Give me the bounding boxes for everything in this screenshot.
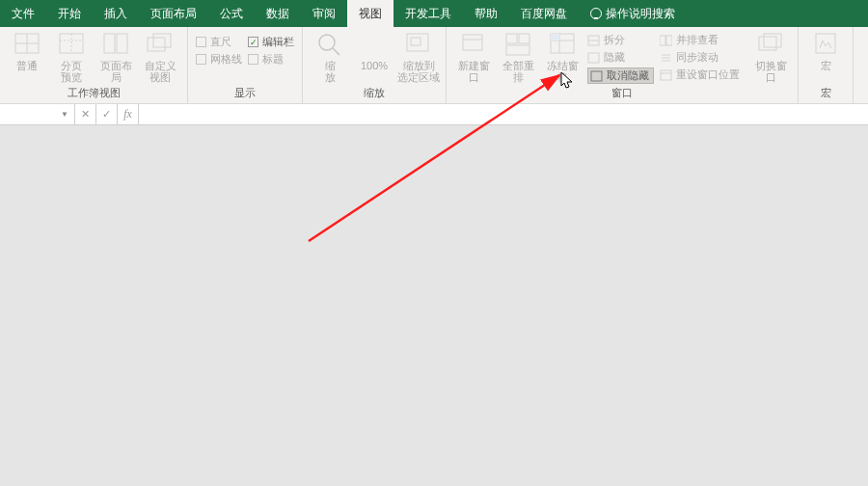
tell-me-search[interactable]: 操作说明搜索	[579, 0, 687, 27]
btn-page-break-preview[interactable]: 分页 预览	[52, 31, 91, 83]
tab-insert[interactable]: 插入	[93, 0, 139, 27]
btn-side-by-side-label: 并排查看	[676, 33, 719, 47]
btn-reset-window-label: 重设窗口位置	[676, 68, 740, 82]
btn-custom-views[interactable]: 自定义视图	[141, 31, 179, 83]
tab-review[interactable]: 审阅	[301, 0, 347, 27]
split-icon	[587, 35, 600, 46]
fx-enter[interactable]: ✓	[96, 104, 118, 124]
formula-input[interactable]	[139, 104, 868, 124]
chk-formula-bar-label: 编辑栏	[262, 35, 294, 49]
group-window: 新建窗口 全部重排 冻结窗格 拆分 隐藏	[447, 27, 799, 103]
btn-arrange-all[interactable]: 全部重排	[499, 31, 537, 83]
ribbon-view: 普通 分页 预览 页面布局 自定义视图 工作簿视图 直尺 网格线	[0, 27, 868, 104]
btn-split[interactable]: 拆分	[587, 33, 654, 47]
hide-icon	[587, 52, 600, 64]
btn-reset-window[interactable]: 重设窗口位置	[660, 68, 740, 82]
lightbulb-icon	[590, 8, 602, 19]
name-box[interactable]: ▼	[0, 104, 75, 124]
group-macros: 宏 宏	[799, 27, 854, 103]
btn-sync-scroll-label: 同步滚动	[676, 50, 719, 65]
btn-unhide[interactable]: 取消隐藏	[587, 68, 654, 84]
svg-rect-28	[666, 36, 672, 45]
macros-icon	[811, 31, 840, 58]
btn-new-window-label: 新建窗口	[454, 60, 493, 83]
reset-window-icon	[660, 69, 672, 81]
sync-scroll-icon	[660, 52, 672, 64]
chk-ruler-label: 直尺	[210, 35, 231, 49]
cursor-icon	[560, 71, 574, 89]
btn-macros[interactable]: 宏	[806, 31, 845, 71]
group-show-title: 显示	[196, 84, 294, 103]
svg-rect-27	[660, 36, 665, 45]
btn-switch-window[interactable]: 切换窗口	[751, 31, 790, 83]
btn-zoom-100-label: 100%	[361, 60, 388, 71]
svg-rect-14	[463, 35, 482, 50]
svg-rect-26	[591, 71, 602, 81]
chk-formula-bar[interactable]: ✓编辑栏	[248, 35, 294, 49]
fx-button[interactable]: fx	[118, 104, 139, 124]
btn-normal-view[interactable]: 普通	[8, 31, 46, 71]
custom-views-label: 自定义视图	[141, 60, 179, 83]
tab-file[interactable]: 文件	[0, 0, 46, 27]
btn-hide[interactable]: 隐藏	[587, 50, 654, 65]
btn-page-layout-view[interactable]: 页面布局	[96, 31, 135, 83]
svg-rect-29	[661, 70, 671, 80]
svg-rect-22	[551, 34, 559, 40]
chk-headings-label: 标题	[262, 52, 284, 67]
btn-zoom-selection[interactable]: 缩放到 选定区域	[399, 31, 438, 83]
btn-zoom-label: 缩 放	[325, 60, 336, 83]
custom-views-icon	[146, 31, 175, 58]
side-by-side-icon	[660, 35, 672, 46]
btn-arrange-all-label: 全部重排	[499, 60, 537, 83]
tab-developer[interactable]: 开发工具	[393, 0, 463, 27]
svg-rect-18	[506, 45, 529, 55]
group-zoom-title: 缩放	[311, 84, 438, 103]
svg-rect-16	[506, 34, 517, 43]
svg-rect-9	[153, 34, 171, 47]
btn-zoom-selection-label: 缩放到 选定区域	[397, 60, 440, 83]
freeze-panes-icon	[548, 31, 577, 58]
tab-formula[interactable]: 公式	[208, 0, 255, 27]
zoom-selection-icon	[404, 31, 433, 58]
formula-bar: ▼ ✕ ✓ fx	[0, 104, 868, 125]
zoom-icon	[315, 31, 344, 58]
tab-help[interactable]: 帮助	[463, 0, 509, 27]
tab-home[interactable]: 开始	[46, 0, 93, 27]
chk-gridlines-label: 网格线	[210, 52, 242, 67]
tab-baidu[interactable]: 百度网盘	[509, 0, 579, 27]
unhide-icon	[590, 70, 603, 82]
fx-cancel[interactable]: ✕	[75, 104, 96, 124]
svg-rect-7	[117, 34, 127, 53]
group-window-title: 窗口	[454, 84, 790, 103]
menu-bar: 文件 开始 插入 页面布局 公式 数据 审阅 视图 开发工具 帮助 百度网盘 操…	[0, 0, 868, 27]
svg-rect-25	[588, 53, 599, 63]
svg-line-11	[333, 48, 339, 55]
btn-zoom[interactable]: 缩 放	[311, 31, 349, 83]
normal-view-label: 普通	[16, 60, 38, 71]
btn-side-by-side[interactable]: 并排查看	[660, 33, 740, 47]
svg-rect-30	[759, 37, 776, 50]
btn-zoom-100[interactable]: 100%	[355, 31, 393, 71]
chk-ruler[interactable]: 直尺	[196, 35, 242, 49]
arrange-all-icon	[503, 31, 532, 58]
page-break-label: 分页 预览	[61, 60, 82, 83]
tab-data[interactable]: 数据	[255, 0, 301, 27]
worksheet-area[interactable]	[0, 125, 868, 486]
chk-headings[interactable]: 标题	[248, 52, 294, 67]
chk-gridlines[interactable]: 网格线	[196, 52, 242, 67]
tab-page-layout[interactable]: 页面布局	[139, 0, 208, 27]
btn-new-window[interactable]: 新建窗口	[454, 31, 493, 83]
svg-rect-6	[104, 34, 115, 53]
tell-me-label: 操作说明搜索	[606, 6, 675, 22]
page-break-icon	[57, 31, 86, 58]
new-window-icon	[459, 31, 488, 58]
svg-rect-17	[519, 34, 529, 43]
normal-view-icon	[13, 31, 41, 58]
page-layout-icon	[101, 31, 130, 58]
btn-unhide-label: 取消隐藏	[607, 68, 649, 83]
group-workbook-views: 普通 分页 预览 页面布局 自定义视图 工作簿视图	[0, 27, 188, 103]
tab-view[interactable]: 视图	[347, 0, 393, 27]
btn-sync-scroll[interactable]: 同步滚动	[660, 50, 740, 65]
btn-hide-label: 隐藏	[604, 50, 625, 65]
group-macros-title: 宏	[806, 84, 845, 103]
